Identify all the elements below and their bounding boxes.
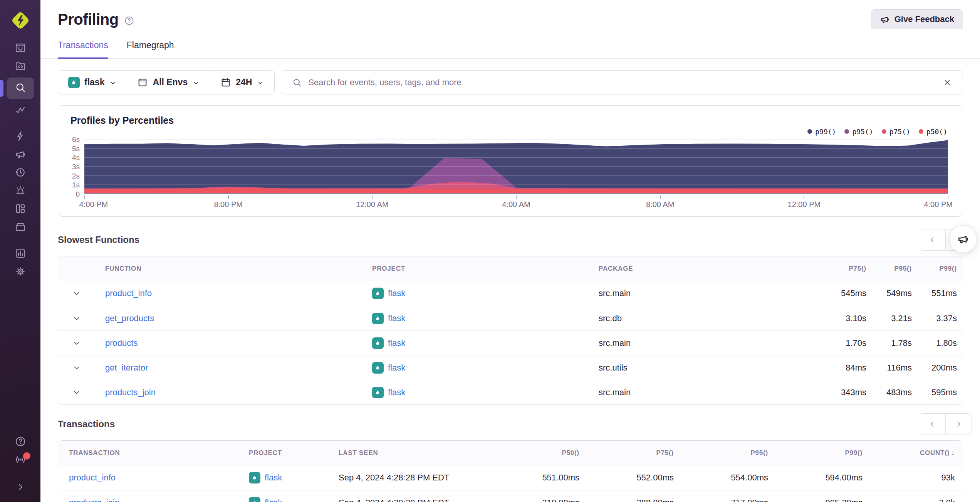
function-link[interactable]: products_join [105, 387, 156, 397]
expand-row-chevron[interactable] [58, 339, 95, 348]
sidebar-item-issues[interactable] [7, 39, 34, 57]
table-row[interactable]: get_productsflasksrc.db3.10s3.21s3.37s [58, 306, 963, 330]
column-header[interactable]: PROJECT [362, 265, 589, 273]
sidebar-item-dashboards[interactable] [7, 200, 34, 218]
sidebar-item-replays[interactable] [7, 164, 34, 182]
column-header[interactable]: P50() [485, 449, 579, 457]
column-header[interactable]: P75() [579, 449, 674, 457]
project-link[interactable]: flask [388, 313, 405, 323]
sidebar-item-alerts[interactable] [7, 182, 34, 200]
sidebar-item-whats-new[interactable] [7, 451, 34, 469]
environment-filter-label: All Envs [153, 77, 188, 88]
p75-value: 343ms [820, 387, 866, 398]
column-header[interactable]: P95() [674, 449, 768, 457]
column-header[interactable]: PACKAGE [589, 265, 820, 273]
expand-row-chevron[interactable] [58, 363, 95, 372]
table-row[interactable]: productsflasksrc.main1.70s1.78s1.80s [58, 330, 963, 355]
y-tick-label: 3s [63, 163, 80, 171]
function-link[interactable]: products [105, 338, 138, 348]
table-row[interactable]: product_infoflasksrc.main545ms549ms551ms [58, 281, 963, 306]
project-link[interactable]: flask [388, 363, 405, 373]
project-link[interactable]: flask [388, 288, 405, 298]
p50-value: 310.00ms [485, 498, 579, 502]
search-icon [292, 77, 302, 88]
feedback-widget-button[interactable] [949, 225, 977, 253]
chart-title: Profiles by Percentiles [70, 115, 947, 126]
expand-row-chevron[interactable] [58, 314, 95, 323]
sidebar-collapse-button[interactable] [7, 478, 34, 497]
environment-filter[interactable]: All Envs [127, 71, 210, 94]
column-header[interactable]: TRANSACTION [58, 449, 238, 457]
give-feedback-button[interactable]: Give Feedback [871, 9, 963, 29]
tab-transactions[interactable]: Transactions [58, 40, 108, 58]
x-tick-label: 4:00 PM [79, 200, 108, 209]
column-header[interactable]: PROJECT [238, 449, 328, 457]
legend-dot [882, 129, 886, 134]
project-link[interactable]: flask [388, 387, 405, 398]
date-range-filter[interactable]: 24H [210, 71, 274, 94]
column-header[interactable]: FUNCTION [95, 265, 362, 273]
table-row[interactable]: products_joinflasksrc.main343ms483ms595m… [58, 380, 963, 404]
p95-value: 3.21s [866, 313, 912, 323]
project-filter[interactable]: flask [58, 71, 127, 94]
question-circle-icon[interactable] [124, 15, 134, 26]
project-link[interactable]: flask [265, 498, 282, 502]
megaphone-icon [15, 148, 26, 162]
sidebar-item-stats[interactable] [7, 245, 34, 263]
last-seen-cell: Sep 4, 2024 4:30:20 PM EDT [328, 498, 485, 502]
legend-item-p95[interactable]: p95() [844, 128, 873, 136]
sidebar-item-settings[interactable] [7, 263, 34, 281]
sidebar-item-metrics[interactable] [7, 101, 34, 119]
stats-icon [15, 248, 26, 261]
legend-item-p75[interactable]: p75() [882, 128, 910, 136]
column-header[interactable]: LAST SEEN [328, 449, 485, 457]
column-header[interactable]: P95() [866, 265, 912, 273]
column-header[interactable]: P99() [912, 265, 963, 273]
function-link[interactable]: get_products [105, 313, 154, 323]
table-row[interactable]: product_infoflaskSep 4, 2024 4:28:28 PM … [58, 465, 963, 490]
chart-plot[interactable]: 01s2s3s4s5s6s [84, 139, 948, 195]
legend-dot [844, 129, 849, 134]
next-page-button[interactable] [945, 414, 972, 435]
profiles-chart-card: Profiles by Percentiles p99()p95()p75()p… [58, 105, 963, 217]
close-icon[interactable] [943, 78, 952, 87]
table-row[interactable]: get_iteratorflasksrc.utils84ms116ms200ms [58, 355, 963, 380]
sidebar-item-projects[interactable] [7, 57, 34, 76]
column-header[interactable]: P75() [820, 265, 866, 273]
column-header[interactable]: P99() [768, 449, 863, 457]
sidebar-nav [0, 39, 40, 281]
sidebar-item-feedback[interactable] [7, 146, 34, 164]
legend-item-p99[interactable]: p99() [807, 128, 836, 136]
transactions-table: TRANSACTIONPROJECTLAST SEENP50()P75()P95… [58, 440, 963, 502]
column-header[interactable]: COUNT()↓ [863, 449, 963, 457]
transaction-link[interactable]: products_join [69, 498, 119, 502]
flask-project-icon [372, 362, 384, 374]
sidebar-item-explore[interactable] [7, 77, 34, 99]
prev-page-button[interactable] [919, 414, 945, 435]
function-link[interactable]: get_iterator [105, 363, 148, 372]
p99-value: 1.80s [912, 338, 963, 348]
transaction-link[interactable]: product_info [69, 473, 116, 482]
sidebar-item-releases[interactable] [7, 218, 34, 236]
p99-value: 200ms [912, 363, 963, 373]
tab-flamegraph[interactable]: Flamegraph [127, 40, 174, 58]
prev-page-button[interactable] [919, 229, 945, 250]
search-bar[interactable] [281, 70, 963, 94]
expand-row-chevron[interactable] [58, 289, 95, 298]
siren-icon [15, 185, 26, 198]
legend-item-p50[interactable]: p50() [919, 128, 947, 136]
x-axis-tick [516, 195, 517, 199]
function-link[interactable]: product_info [105, 288, 152, 298]
project-link[interactable]: flask [265, 473, 282, 483]
table-row[interactable]: products_joinflaskSep 4, 2024 4:30:20 PM… [58, 490, 963, 502]
sentry-logo[interactable] [9, 9, 32, 32]
expand-row-chevron[interactable] [58, 388, 95, 397]
project-link[interactable]: flask [388, 338, 405, 348]
x-axis: 4:00 PM8:00 PM12:00 AM4:00 AM8:00 AM12:0… [84, 196, 948, 209]
sidebar-item-quickstart[interactable] [7, 128, 34, 146]
search-input[interactable] [308, 77, 936, 88]
p75-value: 552.00ms [579, 473, 674, 483]
sidebar-item-help[interactable] [7, 433, 34, 451]
legend-dot [807, 129, 812, 134]
date-range-filter-label: 24H [236, 77, 252, 88]
